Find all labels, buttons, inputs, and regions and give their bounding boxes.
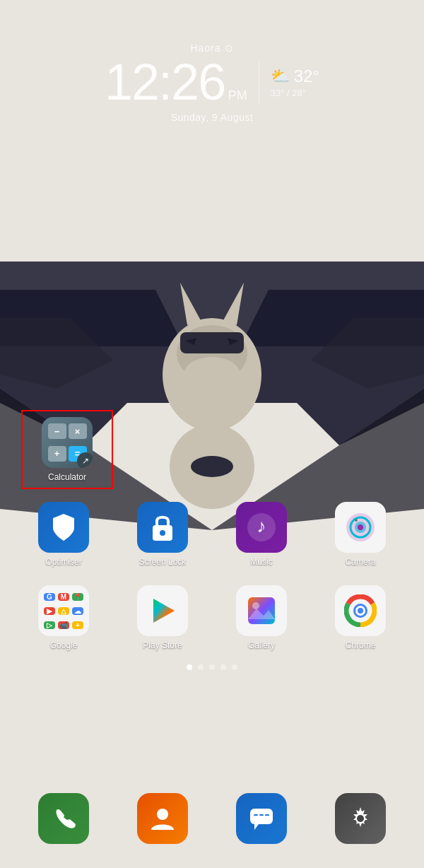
phone-icon <box>38 793 89 844</box>
svg-marker-28 <box>153 599 175 623</box>
clock-time: 12:26 <box>105 54 225 110</box>
svg-rect-41 <box>265 814 269 816</box>
svg-point-30 <box>252 602 259 609</box>
play-triangle-icon <box>146 594 179 627</box>
playstore-label: Play Store <box>143 640 182 650</box>
app-playstore[interactable]: Play Store <box>117 580 208 656</box>
dock-messages[interactable] <box>219 787 304 854</box>
screenlock-label: Screen Lock <box>139 557 187 567</box>
svg-point-36 <box>157 809 168 820</box>
svg-point-27 <box>355 519 358 522</box>
gallery-label: Gallery <box>248 640 275 650</box>
page-dots <box>14 664 410 670</box>
google-play2-icon: ▷ <box>44 621 55 629</box>
music-note-icon: ♪ <box>245 511 278 544</box>
app-row-1: Optimiser Screen Lock ♪ Music <box>14 496 410 573</box>
person-icon <box>148 804 177 833</box>
page-dot-3 <box>209 664 215 670</box>
app-row-2: G M 📍 ▶ △ ☁ ▷ 📹 + Google <box>14 580 410 656</box>
location-label: Haora ⊙ <box>0 42 424 54</box>
dock-settings[interactable] <box>318 787 403 854</box>
calculator-row: − × + = ↗ Calculator <box>14 410 410 489</box>
svg-point-20 <box>160 530 165 536</box>
app-gallery[interactable]: Gallery <box>216 580 307 656</box>
google-icon: G M 📍 ▶ △ ☁ ▷ 📹 + <box>38 585 89 636</box>
chrome-circle-icon <box>344 594 377 627</box>
clock-weather-divider <box>259 61 259 103</box>
calculator-icon: − × + = ↗ <box>42 417 93 468</box>
chat-bubble-icon <box>247 804 276 833</box>
page-dot-2 <box>198 664 204 670</box>
screenlock-icon <box>137 502 188 553</box>
playstore-icon <box>137 585 188 636</box>
weather-temp: 32° <box>294 66 319 86</box>
calc-share-icon: ↗ <box>77 452 93 468</box>
app-music[interactable]: ♪ Music <box>216 496 307 573</box>
status-area: Haora ⊙ 12:26 PM ⛅ 32° 33° / 28° Sunday,… <box>0 42 424 123</box>
location-text: Haora <box>190 42 220 54</box>
google-maps-icon: 📍 <box>72 593 83 601</box>
music-label: Music <box>250 557 272 567</box>
page-dot-4 <box>220 664 226 670</box>
google-g-icon: G <box>44 593 55 601</box>
svg-point-35 <box>358 608 363 614</box>
clock-display: 12:26 PM <box>105 57 247 107</box>
location-pin-icon: ⊙ <box>225 42 234 54</box>
camera-lens-icon <box>344 511 377 544</box>
date-label: Sunday, 9 August <box>0 112 424 123</box>
svg-point-10 <box>184 357 240 392</box>
weather-info: ⛅ 32° 33° / 28° <box>271 66 319 98</box>
camera-label: Camera <box>346 557 376 567</box>
svg-rect-37 <box>250 809 273 824</box>
calc-plus: + <box>48 446 66 462</box>
calc-multiply: × <box>69 423 87 439</box>
svg-text:♪: ♪ <box>257 515 266 536</box>
messages-icon <box>236 793 287 844</box>
chrome-icon <box>335 585 386 636</box>
google-youtube-icon: ▶ <box>44 607 55 615</box>
phone-handset-icon <box>49 804 78 833</box>
music-icon: ♪ <box>236 502 287 553</box>
weather-top-row: ⛅ 32° <box>271 66 319 86</box>
gallery-icon <box>236 585 287 636</box>
clock-period: PM <box>228 88 247 102</box>
gear-icon <box>346 804 375 833</box>
google-drive-icon: △ <box>58 607 69 615</box>
google-photos-icon: ☁ <box>72 607 83 615</box>
contacts-icon <box>137 793 188 844</box>
page-dot-5 <box>232 664 237 670</box>
svg-rect-29 <box>248 597 275 624</box>
svg-point-43 <box>357 815 364 822</box>
svg-rect-40 <box>259 814 264 816</box>
google-meet-icon: 📹 <box>58 621 69 629</box>
optimiser-label: Optimiser <box>45 557 81 567</box>
dock-phone[interactable] <box>21 787 106 854</box>
app-optimiser[interactable]: Optimiser <box>18 496 110 573</box>
app-chrome[interactable]: Chrome <box>314 580 406 656</box>
svg-marker-38 <box>254 824 259 830</box>
optimiser-icon <box>38 502 89 553</box>
app-calculator[interactable]: − × + = ↗ Calculator <box>21 410 113 489</box>
svg-point-26 <box>358 524 363 530</box>
dock-contacts[interactable] <box>120 787 205 854</box>
settings-icon <box>335 793 386 844</box>
dock <box>0 787 424 854</box>
clock-weather-row: 12:26 PM ⛅ 32° 33° / 28° <box>0 57 424 107</box>
chrome-label: Chrome <box>346 640 376 650</box>
camera-icon <box>335 502 386 553</box>
lock-icon <box>148 511 177 544</box>
optimiser-shield-icon <box>47 511 80 544</box>
svg-rect-39 <box>254 814 258 816</box>
partly-cloudy-icon: ⛅ <box>271 67 290 86</box>
app-screenlock[interactable]: Screen Lock <box>117 496 208 573</box>
app-google[interactable]: G M 📍 ▶ △ ☁ ▷ 📹 + Google <box>18 580 110 656</box>
calc-minus: − <box>48 423 66 439</box>
google-m-icon: M <box>58 593 69 601</box>
gallery-image-icon <box>245 594 278 627</box>
weather-range: 33° / 28° <box>271 88 306 98</box>
apps-area: − × + = ↗ Calculator Optimiser <box>0 410 424 679</box>
calculator-label: Calculator <box>48 472 86 482</box>
google-extra-icon: + <box>72 621 83 629</box>
google-label: Google <box>50 640 78 650</box>
app-camera[interactable]: Camera <box>314 496 406 573</box>
